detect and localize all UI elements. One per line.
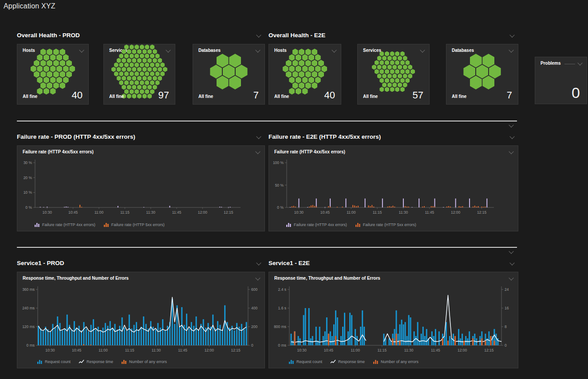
hexagon-ok[interactable] <box>403 65 407 70</box>
hexagon-ok[interactable] <box>130 89 134 94</box>
hexagon-ok[interactable] <box>410 69 415 74</box>
hexagon-ok[interactable] <box>305 82 311 89</box>
hexagon-ok[interactable] <box>132 85 136 90</box>
hexagon-ok[interactable] <box>382 65 387 70</box>
hexagon-ok[interactable] <box>37 66 43 72</box>
hexagon-ok[interactable] <box>147 58 152 63</box>
hexagon-ok[interactable] <box>405 60 410 66</box>
hexagon-ok[interactable] <box>403 56 407 61</box>
hexagon-ok[interactable] <box>375 60 379 66</box>
hexagon-ok[interactable] <box>296 88 301 94</box>
hexagon-ok[interactable] <box>130 80 134 86</box>
hexagon-ok[interactable] <box>229 54 241 67</box>
hexagon-ok[interactable] <box>122 67 126 72</box>
hexagon-ok[interactable] <box>377 74 382 79</box>
hexagon-ok[interactable] <box>312 60 317 66</box>
hexagon-ok[interactable] <box>308 54 314 61</box>
hexagon-ok[interactable] <box>142 58 147 63</box>
hexagon-ok[interactable] <box>405 78 410 83</box>
hexagon-ok[interactable] <box>315 54 321 61</box>
hexagon-ok[interactable] <box>292 49 298 55</box>
hexagon-ok[interactable] <box>390 51 395 57</box>
health-tile-services-e2e[interactable]: Services All fine 57 <box>357 44 430 105</box>
hexagon-ok[interactable] <box>385 78 389 83</box>
hexagon-ok[interactable] <box>289 66 295 72</box>
hexagon-ok[interactable] <box>395 87 399 92</box>
hexagon-ok[interactable] <box>286 71 292 78</box>
hexagon-ok[interactable] <box>158 76 162 81</box>
hexagon-ok[interactable] <box>147 76 152 81</box>
hexagon-ok[interactable] <box>53 71 59 78</box>
hexagon-ok[interactable] <box>40 82 46 89</box>
hexagon-ok[interactable] <box>137 58 142 63</box>
hexagon-ok[interactable] <box>117 67 121 72</box>
hexagon-ok[interactable] <box>379 87 384 92</box>
section-header-health-prod[interactable]: Overall Health - PROD <box>17 32 265 41</box>
hexagon-ok[interactable] <box>379 78 384 83</box>
hexagon-ok[interactable] <box>153 76 157 81</box>
section-header-health-e2e[interactable]: Overall Health - E2E <box>268 32 518 41</box>
hexagon-ok[interactable] <box>382 74 387 79</box>
hexagon-ok[interactable] <box>289 88 295 94</box>
hexagon-ok[interactable] <box>158 67 162 72</box>
hexagon-ok[interactable] <box>155 54 160 59</box>
section-header-service-prod[interactable]: Service1 - PROD <box>17 260 265 269</box>
hexagon-ok[interactable] <box>140 80 144 86</box>
hexagon-ok[interactable] <box>392 56 397 61</box>
hexagon-ok[interactable] <box>229 76 241 90</box>
legend-item[interactable]: Number of any errors <box>373 359 418 364</box>
hexagon-ok[interactable] <box>305 49 311 55</box>
hexagon-ok[interactable] <box>321 66 327 72</box>
health-tile-services-prod[interactable]: Services All fine 97 <box>103 44 175 105</box>
chevron-down-icon[interactable] <box>509 260 514 265</box>
hexagon-ok[interactable] <box>296 54 301 61</box>
hexagon-ok[interactable] <box>37 88 43 94</box>
hexagon-ok[interactable] <box>385 87 389 92</box>
hexagon-ok[interactable] <box>387 82 392 88</box>
hexagon-ok[interactable] <box>50 66 56 72</box>
hexagon-ok[interactable] <box>37 77 43 83</box>
hexagon-ok[interactable] <box>385 69 389 74</box>
hexagon-ok[interactable] <box>286 60 292 66</box>
hexagon-ok[interactable] <box>155 80 160 86</box>
hexagon-ok[interactable] <box>150 54 154 59</box>
hexagon-ok[interactable] <box>395 78 399 83</box>
hexagon-ok[interactable] <box>400 51 405 57</box>
hexagon-ok[interactable] <box>63 54 69 61</box>
hexagon-ok[interactable] <box>147 67 152 72</box>
problems-tile[interactable]: Problems 0 <box>535 57 587 104</box>
chevron-down-icon[interactable] <box>256 32 261 37</box>
legend-item[interactable]: Response time <box>79 359 113 364</box>
hexagon-ok[interactable] <box>292 82 298 89</box>
health-tile-hosts-e2e[interactable]: Hosts All fine 40 <box>268 44 341 105</box>
hexagon-ok[interactable] <box>305 71 311 78</box>
hexagon-ok[interactable] <box>470 54 482 67</box>
hexagon-ok[interactable] <box>130 71 134 77</box>
hexagon-ok[interactable] <box>289 77 295 83</box>
hexagon-ok[interactable] <box>63 77 69 83</box>
hexagon-ok[interactable] <box>400 60 405 66</box>
hexagon-ok[interactable] <box>315 66 321 72</box>
hexagon-ok[interactable] <box>127 94 131 99</box>
hexagon-ok[interactable] <box>292 60 298 66</box>
hexagon-ok[interactable] <box>53 49 59 55</box>
hexagon-ok[interactable] <box>375 69 379 74</box>
chart-tile-failure_e2e[interactable]: Failure rate (HTTP 4xx/5xx errors) 100 %… <box>268 145 518 231</box>
hexagon-ok[interactable] <box>155 71 160 77</box>
hexagon-ok[interactable] <box>56 66 62 72</box>
hexagon-ok[interactable] <box>398 74 402 79</box>
chevron-down-icon[interactable] <box>509 122 513 127</box>
section-header-failure-prod[interactable]: Failure rate - PROD (HTTP 4xx/5xx errors… <box>17 133 265 142</box>
chevron-down-icon[interactable] <box>509 134 514 139</box>
chevron-down-icon[interactable] <box>509 249 513 254</box>
hexagon-ok[interactable] <box>395 69 399 74</box>
hexagon-ok[interactable] <box>137 67 142 72</box>
hexagon-ok[interactable] <box>122 58 126 63</box>
hexagon-ok[interactable] <box>140 89 144 94</box>
legend-item[interactable]: Response time <box>330 359 365 364</box>
hexagon-ok[interactable] <box>34 71 39 78</box>
hexagon-ok[interactable] <box>137 76 142 81</box>
hexagon-ok[interactable] <box>405 69 410 74</box>
hexagon-ok[interactable] <box>130 44 134 50</box>
hexagon-ok[interactable] <box>43 77 49 83</box>
